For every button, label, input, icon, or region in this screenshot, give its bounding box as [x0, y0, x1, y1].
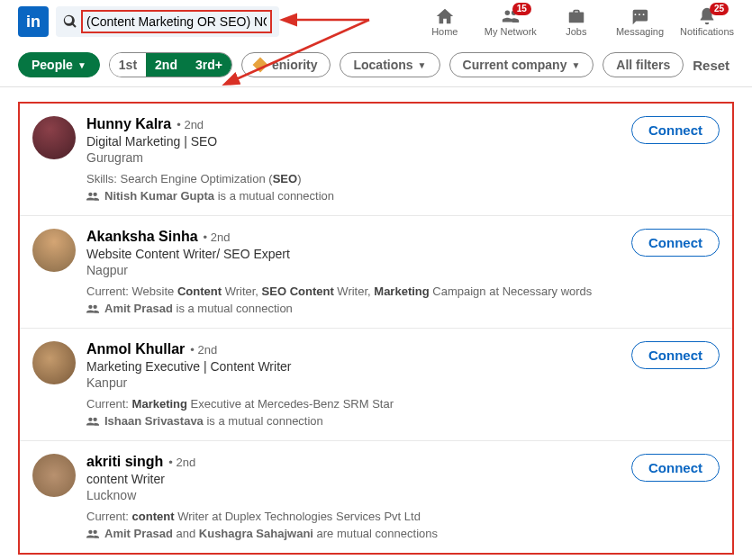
location: Nagpur — [86, 263, 621, 277]
people-icon — [86, 303, 99, 314]
meta-line: Current: Marketing Executive at Mercedes… — [86, 397, 621, 411]
mutual-connection: Ishaan Srivastava is a mutual connection — [86, 414, 621, 428]
connect-button[interactable]: Connect — [631, 454, 720, 482]
people-icon — [86, 191, 99, 202]
nav-jobs[interactable]: Jobs — [553, 6, 600, 37]
meta-line: Skills: Search Engine Optimization (SEO) — [86, 172, 621, 185]
linkedin-logo[interactable]: in — [18, 6, 49, 37]
briefcase-icon — [566, 6, 586, 26]
result-card: akriti singh • 2nd content Writer Luckno… — [20, 441, 732, 553]
headline: Marketing Executive | Content Writer — [86, 359, 621, 374]
nav-label: Home — [431, 26, 458, 37]
connect-button[interactable]: Connect — [631, 229, 720, 257]
nav-label: My Network — [485, 26, 537, 37]
filter-locations[interactable]: Locations▼ — [340, 52, 439, 77]
location: Gurugram — [86, 150, 621, 165]
person-name[interactable]: Akanksha Sinha — [86, 229, 198, 245]
connection-degree-group: 1st 2nd 3rd+ — [109, 52, 232, 77]
avatar[interactable] — [32, 341, 76, 384]
result-card: Akanksha Sinha • 2nd Website Content Wri… — [20, 216, 732, 329]
search-input[interactable] — [86, 14, 267, 29]
result-info: Hunny Kalra • 2nd Digital Marketing | SE… — [86, 116, 621, 203]
chevron-down-icon: ▼ — [571, 60, 580, 70]
result-info: Anmol Khullar • 2nd Marketing Executive … — [86, 341, 621, 428]
reset-link[interactable]: Reset — [693, 58, 729, 73]
filter-seniority[interactable]: eniority — [241, 52, 331, 77]
conn-1st[interactable]: 1st — [110, 53, 146, 77]
mutual-connection: Amit Prasad and Kushagra Sahajwani are m… — [86, 527, 621, 540]
conn-3rd[interactable]: 3rd+ — [186, 53, 231, 77]
result-info: akriti singh • 2nd content Writer Luckno… — [86, 454, 621, 540]
result-card: Anmol Khullar • 2nd Marketing Executive … — [20, 329, 732, 441]
connect-button[interactable]: Connect — [631, 341, 720, 369]
filter-people[interactable]: People▼ — [18, 52, 100, 77]
nav-notifications[interactable]: 25 Notifications — [680, 6, 734, 37]
chevron-down-icon: ▼ — [77, 60, 86, 70]
people-icon — [86, 416, 99, 427]
headline: Digital Marketing | SEO — [86, 134, 621, 149]
nav-network[interactable]: 15 My Network — [485, 6, 537, 37]
headline: content Writer — [86, 472, 621, 486]
connection-degree: • 2nd — [168, 456, 195, 469]
filter-current-company[interactable]: Current company▼ — [449, 52, 594, 77]
nav-label: Jobs — [566, 26, 586, 37]
nav-label: Messaging — [616, 26, 664, 37]
search-wrap — [56, 6, 279, 37]
filter-bar: People▼ 1st 2nd 3rd+ eniority Locations▼… — [0, 43, 752, 87]
person-name[interactable]: Hunny Kalra — [86, 116, 171, 132]
nav-home[interactable]: Home — [421, 6, 468, 37]
nav-items: Home 15 My Network Jobs Messaging 25 Not… — [421, 6, 734, 37]
mutual-connection: Nitish Kumar Gupta is a mutual connectio… — [86, 189, 621, 203]
chat-icon — [630, 6, 649, 26]
badge: 15 — [512, 3, 531, 15]
avatar[interactable] — [32, 454, 76, 497]
top-nav: in Home 15 My Network Jobs Messaging 25 … — [0, 0, 752, 43]
nav-label: Notifications — [680, 26, 734, 37]
mutual-connection: Amit Prasad is a mutual connection — [86, 302, 621, 315]
person-name[interactable]: Anmol Khullar — [86, 341, 185, 357]
location: Kanpur — [86, 375, 621, 390]
diamond-icon — [252, 58, 267, 73]
result-info: Akanksha Sinha • 2nd Website Content Wri… — [86, 229, 621, 315]
result-card: Hunny Kalra • 2nd Digital Marketing | SE… — [20, 104, 732, 216]
location: Lucknow — [86, 488, 621, 502]
home-icon — [435, 6, 455, 26]
meta-line: Current: content Writer at Duplex Techno… — [86, 510, 621, 523]
headline: Website Content Writer/ SEO Expert — [86, 247, 621, 261]
nav-messaging[interactable]: Messaging — [616, 6, 664, 37]
connection-degree: • 2nd — [190, 343, 217, 357]
avatar[interactable] — [32, 229, 76, 272]
people-icon — [86, 528, 99, 539]
connect-button[interactable]: Connect — [631, 116, 720, 144]
chevron-down-icon: ▼ — [418, 60, 427, 70]
person-name[interactable]: akriti singh — [86, 454, 163, 470]
search-icon — [63, 14, 77, 29]
badge: 25 — [710, 3, 729, 15]
conn-2nd[interactable]: 2nd — [146, 53, 186, 77]
search-highlight-box — [81, 10, 272, 33]
results-list: Hunny Kalra • 2nd Digital Marketing | SE… — [18, 102, 734, 555]
connection-degree: • 2nd — [204, 230, 231, 244]
avatar[interactable] — [32, 116, 76, 159]
meta-line: Current: Website Content Writer, SEO Con… — [86, 285, 621, 298]
connection-degree: • 2nd — [177, 118, 204, 131]
filter-all[interactable]: All filters — [603, 52, 684, 77]
